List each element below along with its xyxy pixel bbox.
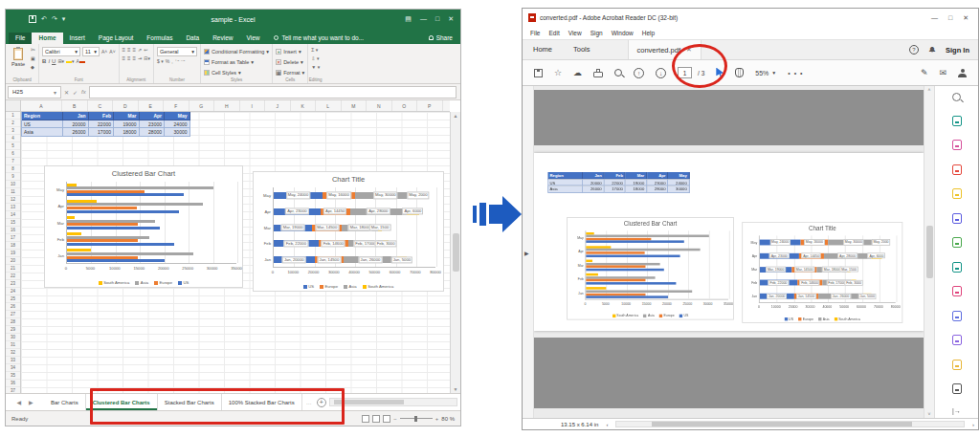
pdf-page[interactable]: RegionJanFebMarAprMayUS20000220001900023… bbox=[534, 153, 924, 331]
fx-icon[interactable]: fx bbox=[81, 89, 86, 95]
excel-tab-file[interactable]: File bbox=[9, 33, 32, 44]
acrobat-vertical-scrollbar[interactable]: ˄ ˅ bbox=[924, 86, 934, 418]
font-size-select[interactable]: 11▾ bbox=[82, 47, 100, 56]
percent-icon[interactable]: % bbox=[166, 58, 169, 65]
row-header-7[interactable]: 7 bbox=[6, 158, 20, 165]
create-pdf-icon[interactable] bbox=[952, 164, 962, 175]
align-center-icon[interactable]: ≡ bbox=[127, 55, 131, 62]
menu-help[interactable]: Help bbox=[642, 30, 655, 36]
format-cells-button[interactable]: ▦ Format▾ bbox=[276, 68, 304, 76]
format-painter-icon[interactable]: ◆ bbox=[31, 64, 35, 71]
row-header-28[interactable]: 28 bbox=[6, 318, 20, 326]
share-cloud-icon[interactable]: ☁ bbox=[573, 69, 582, 77]
excel-tab-data[interactable]: Data bbox=[179, 33, 206, 44]
row-header-33[interactable]: 33 bbox=[6, 357, 20, 364]
scroll-left-icon[interactable]: ‹ bbox=[606, 422, 608, 427]
row-header-20[interactable]: 20 bbox=[6, 257, 20, 265]
scroll-up-icon[interactable]: ▲ bbox=[454, 113, 458, 119]
scroll-right-icon[interactable]: › bbox=[972, 422, 974, 427]
align-bottom-icon[interactable]: ≡ bbox=[133, 47, 137, 54]
row-header-8[interactable]: 8 bbox=[6, 165, 20, 173]
clustered-bar-chart[interactable]: Clustered Bar Chart050001000015000200002… bbox=[567, 217, 734, 320]
row-header-10[interactable]: 10 bbox=[6, 181, 20, 188]
zoom-slider-knob[interactable] bbox=[414, 416, 417, 422]
row-header-32[interactable]: 32 bbox=[6, 349, 20, 357]
compress-pdf-icon[interactable] bbox=[952, 262, 962, 273]
indent-icon[interactable]: ⇥ bbox=[138, 55, 142, 62]
zoom-percent-label[interactable]: 80 % bbox=[441, 416, 455, 422]
row-header-12[interactable]: 12 bbox=[6, 196, 20, 204]
row-header-9[interactable]: 9 bbox=[6, 173, 20, 181]
row-header-4[interactable]: 4 bbox=[6, 135, 20, 142]
normal-view-icon[interactable] bbox=[362, 415, 369, 423]
share-button[interactable]: Share bbox=[429, 34, 453, 44]
select-all-corner[interactable] bbox=[6, 100, 21, 111]
column-header-E[interactable]: E bbox=[139, 100, 165, 111]
minimize-icon[interactable]: — bbox=[931, 14, 938, 22]
row-header-23[interactable]: 23 bbox=[6, 280, 20, 288]
maximize-icon[interactable]: □ bbox=[948, 14, 952, 22]
send-mail-icon[interactable]: ✉ bbox=[939, 68, 947, 77]
format-as-table-button[interactable]: Format as Table▾ bbox=[204, 57, 269, 66]
shrink-font-icon[interactable]: A˅ bbox=[109, 49, 115, 55]
fill-sign-pen-icon[interactable]: ✎ bbox=[921, 68, 928, 77]
row-header-14[interactable]: 14 bbox=[6, 211, 20, 219]
save-icon[interactable] bbox=[29, 15, 36, 23]
column-header-H[interactable]: H bbox=[214, 100, 240, 111]
font-name-select[interactable]: Calibri▾ bbox=[42, 47, 80, 56]
row-header-34[interactable]: 34 bbox=[6, 364, 20, 372]
scroll-down-icon[interactable]: ˅ bbox=[928, 411, 931, 417]
column-header-A[interactable]: A bbox=[21, 100, 62, 111]
excel-vertical-scrollbar[interactable]: ▲ ▼ bbox=[450, 112, 460, 393]
organize-pages-icon[interactable] bbox=[952, 140, 962, 150]
save-icon[interactable] bbox=[534, 69, 543, 77]
hand-tool-icon[interactable] bbox=[735, 68, 744, 77]
column-header-J[interactable]: J bbox=[265, 100, 291, 111]
protect-pdf-icon[interactable] bbox=[952, 311, 962, 321]
excel-tab-formulas[interactable]: Formulas bbox=[140, 33, 179, 44]
zoom-in-icon[interactable]: + bbox=[435, 416, 439, 422]
page-break-view-icon[interactable] bbox=[383, 415, 390, 423]
excel-horizontal-scrollbar[interactable] bbox=[329, 398, 457, 406]
fill-icon[interactable]: ⇩ ▾ bbox=[311, 55, 320, 62]
sign-in-button[interactable]: Sign In bbox=[946, 46, 969, 55]
column-header-I[interactable]: I bbox=[240, 100, 266, 111]
scroll-up-icon[interactable]: ˄ bbox=[928, 87, 931, 93]
borders-icon[interactable]: ⊞▾ bbox=[57, 58, 64, 65]
row-header-11[interactable]: 11 bbox=[6, 188, 20, 196]
align-middle-icon[interactable]: ≡ bbox=[127, 47, 131, 54]
row-header-17[interactable]: 17 bbox=[6, 234, 20, 242]
align-right-icon[interactable]: ≡ bbox=[133, 55, 137, 62]
column-header-P[interactable]: P bbox=[417, 100, 443, 111]
minimize-icon[interactable]: — bbox=[420, 15, 427, 23]
merge-center-icon[interactable]: ⊟▾ bbox=[144, 55, 150, 62]
paste-button[interactable]: Paste bbox=[9, 47, 28, 67]
notifications-bell-icon[interactable]: 🔔︎ bbox=[928, 46, 936, 55]
tab-tools[interactable]: Tools bbox=[563, 40, 601, 59]
stacked-bar-chart[interactable]: Chart Title01000020000300004000050000600… bbox=[742, 222, 902, 323]
cell-styles-button[interactable]: Cell Styles▾ bbox=[204, 68, 269, 76]
excel-sheet-area[interactable]: ABCDEFGHIJKLMNOP 12345678910111213141516… bbox=[6, 100, 460, 393]
row-header-35[interactable]: 35 bbox=[6, 372, 20, 380]
collapse-panel-icon[interactable]: |→ bbox=[952, 407, 961, 414]
column-header-L[interactable]: L bbox=[316, 100, 342, 111]
delete-cells-button[interactable]: ✕ Delete▾ bbox=[276, 57, 304, 66]
row-header-2[interactable]: 2 bbox=[6, 120, 20, 127]
column-header-B[interactable]: B bbox=[62, 100, 88, 111]
row-header-6[interactable]: 6 bbox=[6, 150, 20, 158]
expand-nav-pane-icon[interactable]: ▶ bbox=[524, 249, 529, 255]
ribbon-options-icon[interactable]: ▤ bbox=[405, 15, 412, 23]
excel-tab-review[interactable]: Review bbox=[206, 33, 239, 44]
currency-icon[interactable]: $ ▾ bbox=[157, 58, 164, 65]
column-header-M[interactable]: M bbox=[342, 100, 368, 111]
undo-icon[interactable]: ↶ bbox=[41, 15, 47, 23]
comment-icon[interactable] bbox=[952, 188, 962, 199]
navigation-pane-strip[interactable]: ▶ bbox=[523, 86, 534, 418]
zoom-slider[interactable] bbox=[400, 418, 433, 419]
bold-button[interactable]: B bbox=[42, 58, 46, 65]
row-header-37[interactable]: 37 bbox=[6, 387, 20, 393]
menu-file[interactable]: File bbox=[530, 30, 540, 36]
sort-filter-icon[interactable]: ▼ ▾ bbox=[311, 64, 320, 71]
fill-color-icon[interactable]: ▾ bbox=[66, 58, 75, 65]
row-header-29[interactable]: 29 bbox=[6, 326, 20, 334]
